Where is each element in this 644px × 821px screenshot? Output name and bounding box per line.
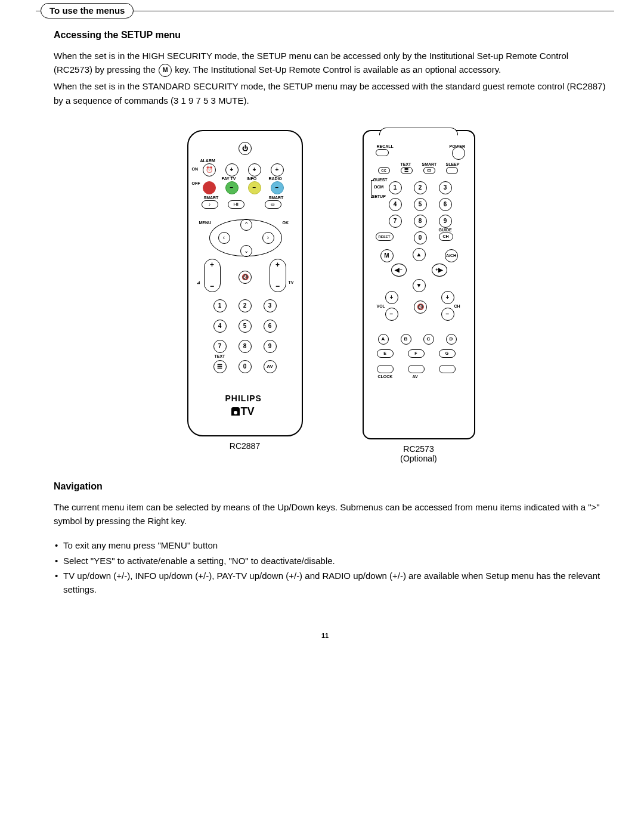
ach-button: A/CH (445, 249, 458, 262)
r2-key-9: 9 (439, 215, 452, 228)
accessing-paragraph-2: When the set is in the STANDARD SECURITY… (54, 79, 608, 107)
nav-left-2: ◀− (391, 264, 407, 277)
menu-label: MENU (199, 221, 212, 225)
key-0: 0 (239, 360, 252, 373)
r2-key-2: 2 (414, 181, 427, 194)
plus-button-3: + (271, 163, 284, 176)
nav-pad: ⌃ ⌄ ‹ › (209, 219, 282, 256)
sleep-label: SLEEP (446, 162, 460, 166)
key-3: 3 (264, 299, 277, 312)
section-tab: To use the menus (41, 3, 134, 18)
ch-plus: + (275, 261, 280, 269)
remotes-figure: ⏻ ALARM ON OFF ⏰ + + + PAY TV INFO RADIO… (54, 130, 608, 463)
paytv-label: PAY TV (222, 176, 236, 181)
page-number: 11 (36, 632, 614, 639)
alarm-label: ALARM (200, 159, 215, 163)
m-button: M (380, 249, 394, 262)
off-label: OFF (192, 181, 200, 185)
radio-label: RADIO (269, 176, 283, 181)
note-button: ♪ (202, 200, 218, 209)
reset-button: RESET (376, 233, 394, 241)
r2-key-1: 1 (389, 181, 402, 194)
remote-rc2887: ⏻ ALARM ON OFF ⏰ + + + PAY TV INFO RADIO… (187, 130, 303, 436)
bracket-icon (371, 180, 374, 198)
recall-button (376, 149, 389, 156)
remote1-caption: RC2887 (187, 441, 303, 451)
vol-icon: ⊿ (197, 280, 200, 285)
smart-label-3: SMART (422, 162, 437, 166)
r2-key-0: 0 (414, 231, 427, 244)
key-1: 1 (213, 299, 227, 312)
vol-plus-2: + (385, 291, 398, 304)
key-2: 2 (239, 299, 252, 312)
vol-rocker: + − (204, 259, 221, 292)
vol-label: VOL (377, 304, 385, 308)
key-7: 7 (213, 340, 227, 353)
ch-plus-2: + (441, 291, 454, 304)
nav-right: › (262, 232, 274, 244)
ch-guide-button: CH (439, 233, 453, 241)
key-8: 8 (239, 340, 252, 353)
power-button: ⏻ (239, 142, 252, 155)
green-button: − (225, 181, 239, 194)
on-label: ON (192, 167, 199, 171)
key-9: 9 (264, 340, 277, 353)
heading-navigation: Navigation (54, 481, 608, 492)
mute-button-2: 🔇 (414, 300, 427, 314)
plus-button-2: + (248, 163, 261, 176)
key-c: C (423, 334, 434, 345)
remote2-caption-2: (Optional) (363, 454, 475, 463)
guest-label: GUEST (373, 178, 388, 182)
vol-minus-2: − (385, 308, 398, 321)
key-a: A (378, 334, 389, 345)
nav-up-2: ▲ (413, 248, 426, 261)
heading-accessing: Accessing the SETUP menu (54, 30, 608, 41)
bullet-1: To exit any menu press "MENU" button (54, 538, 608, 552)
key-5: 5 (239, 320, 252, 333)
sleep-button (446, 167, 458, 174)
nav-up: ⌃ (240, 219, 252, 231)
vol-plus: + (210, 261, 214, 269)
key-g: G (439, 349, 456, 358)
guide-label: GUIDE (439, 228, 452, 232)
dcm-label: DCM (374, 185, 384, 189)
smart-label-2: SMART (269, 196, 284, 200)
clock-label: CLOCK (378, 374, 393, 379)
remote-rc2573-wrap: RECALL POWER TEXT SMART SLEEP CC ☰ ▭ GUE… (363, 130, 475, 463)
plus-button: + (225, 163, 239, 176)
r2-key-6: 6 (439, 198, 452, 211)
av-button-2 (408, 365, 425, 373)
tv-label: TV (289, 280, 294, 284)
nav-down-2: ▼ (413, 279, 426, 292)
r2-key-8: 8 (414, 215, 427, 228)
ch-label: CH (454, 304, 460, 308)
key-d: D (446, 334, 457, 345)
text-label-2: TEXT (401, 162, 411, 166)
key-4: 4 (213, 320, 227, 333)
nav-left: ‹ (218, 232, 230, 244)
bullet-3: TV up/down (+/-), INFO up/down (+/-), PA… (54, 569, 608, 597)
navigation-paragraph: The current menu item can be selected by… (54, 500, 608, 528)
cc-button: CC (378, 167, 390, 174)
r2-key-7: 7 (389, 215, 402, 228)
key-e: E (377, 349, 394, 358)
vol-minus: − (210, 282, 214, 290)
ch-minus-2: − (441, 308, 454, 321)
blue-button: − (271, 181, 284, 194)
clock-button (377, 365, 394, 373)
recall-label: RECALL (377, 144, 394, 148)
m-key-icon: M (159, 64, 172, 77)
mute-button: 🔇 (239, 271, 252, 284)
text-label: TEXT (215, 354, 225, 358)
alarm-on-button: ⏰ (203, 163, 216, 176)
tv-logo: TV (231, 405, 255, 418)
remote-rc2887-wrap: ⏻ ALARM ON OFF ⏰ + + + PAY TV INFO RADIO… (187, 130, 303, 463)
teletext-button: ☰ (213, 360, 227, 373)
nav-down: ⌄ (240, 245, 252, 257)
blank-button (439, 365, 456, 373)
accessing-paragraph-1: When the set is in the HIGH SECURITY mod… (54, 49, 608, 77)
accessing-p1b: key. The Institutional Set-Up Remote Con… (175, 64, 501, 75)
remote2-caption-1: RC2573 (363, 444, 475, 454)
red-button (203, 181, 216, 194)
av-button: AV (264, 360, 277, 373)
